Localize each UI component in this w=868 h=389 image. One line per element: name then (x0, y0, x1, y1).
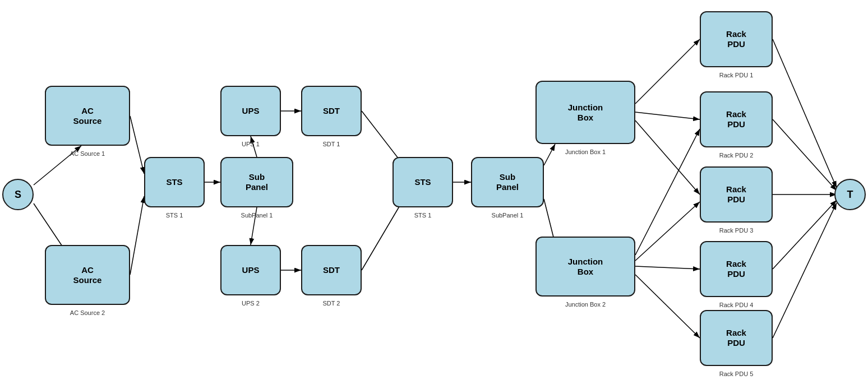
node-rack-pdu-3-label: Rack PDU 3 (700, 227, 773, 234)
svg-line-20 (635, 266, 700, 269)
node-sdt-1[interactable]: SDT (301, 86, 362, 136)
node-sdt-2-text: SDT (323, 265, 340, 275)
node-subpanel-1[interactable]: SubPanel (220, 157, 293, 207)
node-ac-source-2-text: ACSource (73, 265, 102, 285)
svg-line-15 (635, 39, 700, 104)
svg-line-18 (635, 129, 700, 255)
node-rack-pdu-3-text: RackPDU (726, 184, 746, 205)
node-junction-box-1-text: JunctionBox (568, 103, 603, 123)
node-ups-2-label: UPS 2 (220, 300, 281, 307)
svg-line-19 (635, 202, 700, 261)
node-ac-source-2-label: AC Source 2 (45, 309, 130, 316)
node-junction-box-1[interactable]: JunctionBox (535, 81, 635, 144)
svg-line-3 (130, 116, 144, 174)
node-ac-source-1-label: AC Source 1 (45, 150, 130, 157)
node-junction-box-1-label: Junction Box 1 (535, 149, 635, 155)
node-sdt-2[interactable]: SDT (301, 245, 362, 295)
node-rack-pdu-2-text: RackPDU (726, 109, 746, 129)
node-ups-2[interactable]: UPS (220, 245, 281, 295)
node-sts-1-label: STS 1 (144, 212, 205, 219)
node-ac-source-1-text: ACSource (73, 106, 102, 126)
node-ac-source-1[interactable]: ACSource (45, 86, 130, 146)
svg-line-22 (773, 39, 837, 188)
node-S[interactable]: S (2, 179, 34, 210)
node-subpanel-2[interactable]: SubPanel (471, 157, 544, 207)
node-ac-source-2[interactable]: ACSource (45, 245, 130, 305)
node-subpanel-1-label: SubPanel 1 (220, 212, 293, 219)
node-sdt-1-label: SDT 1 (301, 141, 362, 147)
node-rack-pdu-5[interactable]: RackPDU (700, 310, 773, 366)
node-rack-pdu-2-label: Rack PDU 2 (700, 152, 773, 159)
node-rack-pdu-4-label: Rack PDU 4 (700, 302, 773, 308)
svg-line-4 (130, 196, 144, 275)
svg-line-26 (773, 203, 837, 338)
node-sts-2-label: STS 1 (393, 212, 453, 219)
node-ups-1[interactable]: UPS (220, 86, 281, 136)
node-junction-box-2-text: JunctionBox (568, 257, 603, 277)
diagram-container: S T ACSource AC Source 1 ACSource AC Sou… (0, 0, 868, 389)
node-rack-pdu-5-text: RackPDU (726, 328, 746, 348)
node-sdt-2-label: SDT 2 (301, 300, 362, 307)
node-rack-pdu-4[interactable]: RackPDU (700, 241, 773, 297)
node-sdt-1-text: SDT (323, 106, 340, 116)
node-rack-pdu-1[interactable]: RackPDU (700, 11, 773, 67)
node-rack-pdu-1-label: Rack PDU 1 (700, 72, 773, 78)
node-sts-2[interactable]: STS (393, 157, 453, 207)
node-sts-1-text: STS (166, 177, 182, 187)
svg-line-16 (635, 112, 700, 119)
svg-line-23 (773, 119, 837, 191)
node-subpanel-1-text: SubPanel (246, 172, 268, 192)
node-rack-pdu-5-label: Rack PDU 5 (700, 371, 773, 377)
node-sts-2-text: STS (414, 177, 431, 187)
node-rack-pdu-3[interactable]: RackPDU (700, 166, 773, 223)
node-T[interactable]: T (834, 179, 866, 210)
node-junction-box-2[interactable]: JunctionBox (535, 237, 635, 297)
node-rack-pdu-4-text: RackPDU (726, 259, 746, 279)
node-ups-1-label: UPS 1 (220, 141, 281, 147)
node-subpanel-2-label: SubPanel 1 (471, 212, 544, 219)
node-S-label: S (15, 189, 21, 201)
svg-line-21 (635, 275, 700, 338)
node-rack-pdu-2[interactable]: RackPDU (700, 91, 773, 147)
node-ups-2-text: UPS (242, 265, 260, 275)
node-rack-pdu-1-text: RackPDU (726, 29, 746, 49)
node-ups-1-text: UPS (242, 106, 260, 116)
node-sts-1[interactable]: STS (144, 157, 205, 207)
node-subpanel-2-text: SubPanel (496, 172, 519, 192)
svg-line-17 (635, 121, 700, 194)
svg-line-25 (773, 200, 837, 269)
svg-line-11 (362, 199, 404, 270)
node-T-label: T (847, 189, 853, 201)
node-junction-box-2-label: Junction Box 2 (535, 301, 635, 308)
